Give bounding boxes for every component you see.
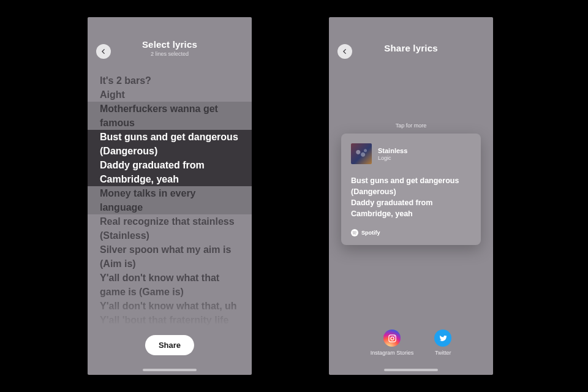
card-lyrics-text: Bust guns and get dangerous (Dangerous) … [351, 175, 471, 219]
page-title: Share lyrics [384, 43, 437, 53]
album-art [351, 143, 372, 164]
instagram-icon [388, 334, 397, 343]
share-target-instagram[interactable]: Instagram Stories [371, 330, 414, 356]
tap-for-more-hint[interactable]: Tap for more [329, 123, 493, 129]
share-lyrics-screen: Share lyrics Tap for more Stainless Logi… [329, 17, 493, 375]
lyric-line[interactable]: Money talks in every language [88, 186, 252, 214]
share-target-label: Instagram Stories [371, 350, 414, 356]
spotify-icon [351, 229, 358, 236]
lyric-line[interactable]: Aight [88, 88, 252, 102]
back-button[interactable] [337, 44, 352, 59]
lyric-line[interactable]: Motherfuckers wanna get famous [88, 102, 252, 130]
artist-name: Logic [378, 155, 407, 161]
back-button[interactable] [96, 44, 111, 59]
share-targets: Instagram Stories Twitter [329, 330, 493, 356]
share-button[interactable]: Share [145, 335, 194, 355]
lyric-line[interactable]: Silver spoon what my aim is (Aim is) [88, 243, 252, 271]
chevron-left-icon [342, 48, 348, 55]
page-title: Select lyrics [142, 39, 197, 50]
twitter-icon [439, 334, 448, 343]
share-target-twitter[interactable]: Twitter [434, 330, 451, 356]
header: Select lyrics 2 lines selected [88, 17, 252, 61]
spotify-attribution: Spotify [351, 229, 471, 236]
lyric-line-selected[interactable]: Bust guns and get dangerous (Dangerous) [88, 130, 252, 158]
home-indicator [143, 369, 197, 371]
lyric-line[interactable]: Y'all don't know what that game is (Game… [88, 271, 252, 299]
lyric-line[interactable]: Y'all don't know what that, uh [88, 299, 252, 313]
brand-label: Spotify [361, 230, 380, 236]
share-target-label: Twitter [435, 350, 451, 356]
selection-count: 2 lines selected [142, 51, 197, 57]
track-title: Stainless [378, 147, 407, 154]
svg-point-2 [391, 337, 394, 340]
home-indicator [384, 369, 438, 371]
chevron-left-icon [100, 48, 107, 55]
header: Share lyrics [329, 17, 493, 61]
svg-point-3 [394, 336, 395, 337]
lyrics-list[interactable]: It's 2 bars? Aight Motherfuckers wanna g… [88, 74, 252, 343]
share-card[interactable]: Stainless Logic Bust guns and get danger… [341, 134, 481, 245]
lyric-line[interactable]: Real recognize that stainless (Stainless… [88, 214, 252, 243]
lyric-line-selected[interactable]: Daddy graduated from Cambridge, yeah [88, 158, 252, 186]
lyric-line[interactable]: It's 2 bars? [88, 74, 252, 88]
lyric-line[interactable]: Y'all 'bout that fraternity life [88, 313, 252, 327]
select-lyrics-screen: Select lyrics 2 lines selected It's 2 ba… [88, 17, 252, 375]
